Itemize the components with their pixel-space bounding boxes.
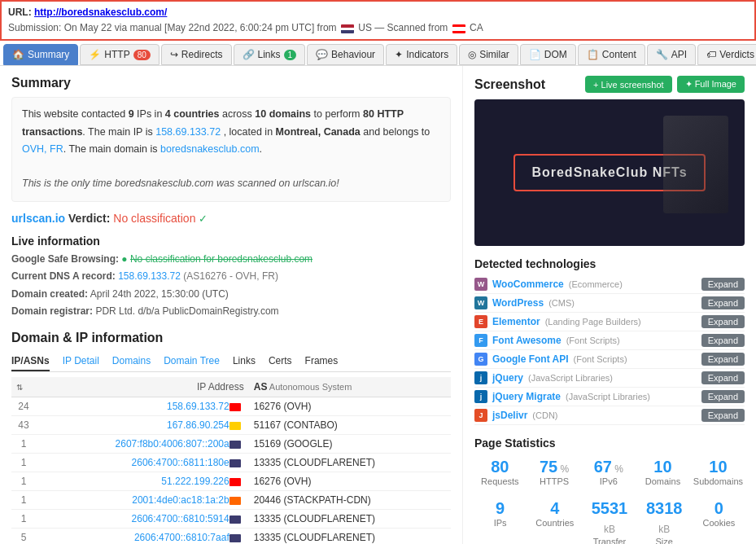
count-cell: 43 xyxy=(11,416,36,435)
domain-tab-frames[interactable]: Frames xyxy=(305,352,339,371)
stat-value: 5531 kB xyxy=(585,499,633,537)
tab-verdicts[interactable]: 🏷 Verdicts xyxy=(697,44,756,65)
expand-button[interactable]: Expand xyxy=(701,353,745,366)
tech-name[interactable]: WooCommerce xyxy=(492,279,564,290)
urlscan-link[interactable]: urlscan.io xyxy=(11,212,65,225)
tech-name[interactable]: jQuery xyxy=(492,372,523,384)
expand-button[interactable]: Expand xyxy=(701,315,745,328)
tech-left: jjQuery(JavaScript Libraries) xyxy=(474,371,613,384)
ip-link[interactable]: 2607:f8b0:4006:807::200a xyxy=(116,438,229,450)
tab-http[interactable]: ⚡ HTTP 80 xyxy=(80,44,159,65)
tech-item: jjQuery Migrate(JavaScript Libraries)Exp… xyxy=(474,388,745,406)
tab-similar[interactable]: ◎ Similar xyxy=(459,44,518,65)
ip-link[interactable]: 2606:4700::6811:180e xyxy=(132,457,229,468)
tab-redirects[interactable]: ↪ Redirects xyxy=(161,44,232,65)
count-cell: 1 xyxy=(11,472,36,491)
tech-name[interactable]: Google Font API xyxy=(492,353,569,365)
domain-tab-certs[interactable]: Certs xyxy=(269,352,292,371)
stat-label: Size xyxy=(640,537,688,544)
ip-link[interactable]: 2606:4700::6810:5914 xyxy=(132,513,229,524)
green-dot: ● xyxy=(121,253,130,265)
live-screenshot-button[interactable]: + Live screenshot xyxy=(585,76,672,93)
main-domain-link[interactable]: boredsnakesclub.com xyxy=(160,143,260,155)
domain-tab-domains[interactable]: Domains xyxy=(112,352,151,371)
ip-link[interactable]: 158.69.133.72 xyxy=(167,401,229,412)
stat-item: 0Cookies xyxy=(693,496,745,544)
stat-label: Subdomains xyxy=(693,476,743,486)
summary-box: This website contacted 9 IPs in 4 countr… xyxy=(11,97,451,201)
scanned-note: This is the only time boredsnakesclub.co… xyxy=(22,178,339,189)
tech-name[interactable]: jsDelivr xyxy=(492,410,527,421)
tech-category: (Ecommerce) xyxy=(569,279,623,289)
flag-nl-icon xyxy=(229,497,241,505)
tab-summary[interactable]: 🏠 Summary xyxy=(3,44,78,65)
scanned-label: — Scanned from xyxy=(374,22,448,33)
tab-api[interactable]: 🔧 API xyxy=(647,44,696,65)
col-as: AS Autonomous System xyxy=(249,377,451,397)
tech-name[interactable]: jQuery Migrate xyxy=(492,391,561,402)
domain-tab-domaintree[interactable]: Domain Tree xyxy=(164,352,220,371)
tab-links[interactable]: 🔗 Links 1 xyxy=(234,44,306,65)
domain-tab-links[interactable]: Links xyxy=(233,352,256,371)
org-link[interactable]: OVH, FR xyxy=(22,143,63,155)
domains-label: domains xyxy=(269,108,311,120)
url-label: URL: xyxy=(8,7,32,18)
expand-button[interactable]: Expand xyxy=(701,409,745,422)
ip-link[interactable]: 2001:4de0:ac18:1a:2b xyxy=(132,494,229,506)
expand-button[interactable]: Expand xyxy=(701,390,745,403)
tab-content[interactable]: 📋 Content xyxy=(578,44,645,65)
stat-unit: kB xyxy=(658,524,670,535)
url-link[interactable]: http://boredsnakesclub.com/ xyxy=(34,7,167,18)
domain-tab-ipasns[interactable]: IP/ASNs xyxy=(11,352,50,371)
count-cell: 5 xyxy=(11,529,36,545)
tech-name[interactable]: Elementor xyxy=(492,316,540,327)
flag-us-icon xyxy=(229,515,241,524)
nav-tabs: 🏠 Summary ⚡ HTTP 80 ↪ Redirects 🔗 Links … xyxy=(0,41,756,66)
tech-logo-icon: G xyxy=(474,353,487,366)
tech-item: jjQuery(JavaScript Libraries)Expand xyxy=(474,369,745,388)
tech-name[interactable]: WordPress xyxy=(492,297,544,309)
table-row: 12606:4700::6810:591413335 (CLOUDFLARENE… xyxy=(11,510,451,529)
expand-button[interactable]: Expand xyxy=(701,296,745,309)
transactions-pre: to perform xyxy=(314,108,361,120)
tab-behaviour[interactable]: 💬 Behaviour xyxy=(307,44,384,65)
as-cell: 16276 (OVH) xyxy=(249,397,451,416)
stat-value: 10 xyxy=(693,458,743,476)
flag-ca-icon xyxy=(229,403,241,411)
live-info-section: Live information Google Safe Browsing: ●… xyxy=(11,235,451,321)
main-ip-link[interactable]: 158.69.133.72 xyxy=(155,126,221,138)
tech-name[interactable]: Font Awesome xyxy=(492,335,562,346)
stat-label: IPs xyxy=(476,518,524,528)
ip-link[interactable]: 2606:4700::6810:7aaf xyxy=(134,532,229,543)
expand-button[interactable]: Expand xyxy=(701,278,745,291)
domain-tab-ipdetail[interactable]: IP Detail xyxy=(63,352,99,371)
expand-button[interactable]: Expand xyxy=(701,371,745,384)
page-stats-section: Page Statistics 80Requests75 %HTTPS67 %I… xyxy=(474,437,745,544)
sort-icon[interactable]: ⇅ xyxy=(16,383,23,392)
tech-logo-icon: J xyxy=(474,409,487,422)
ip-link[interactable]: 51.222.199.226 xyxy=(161,476,229,487)
table-row: 12607:f8b0:4006:807::200a15169 (GOOGLE) xyxy=(11,435,451,454)
expand-button[interactable]: Expand xyxy=(701,334,745,347)
from-label: from xyxy=(317,22,337,33)
tab-dom[interactable]: 📄 DOM xyxy=(520,44,576,65)
stat-value: 8318 kB xyxy=(640,499,688,537)
tech-category: (Font Scripts) xyxy=(574,354,627,364)
verdict-section: urlscan.io Verdict: No classification ✓ xyxy=(11,212,451,225)
tech-list: WWooCommerce(Ecommerce)ExpandWWordPress(… xyxy=(474,275,745,425)
stat-label: Countries xyxy=(531,518,579,528)
count-cell: 1 xyxy=(11,510,36,529)
tech-logo-icon: F xyxy=(474,334,487,347)
tech-left: GGoogle Font API(Font Scripts) xyxy=(474,353,627,366)
tab-indicators[interactable]: ✦ Indicators xyxy=(386,44,457,65)
countries-label: countries xyxy=(173,108,219,120)
stat-label: Domains xyxy=(639,476,687,486)
dns-row: Current DNS A record: 158.69.133.72 (AS1… xyxy=(11,268,451,286)
ip-link[interactable]: 167.86.90.254 xyxy=(167,419,229,431)
tech-left: JjsDelivr(CDN) xyxy=(474,409,558,422)
tech-logo-icon: j xyxy=(474,371,487,384)
screenshot-heading: Screenshot xyxy=(474,77,545,92)
full-image-button[interactable]: ✦ Full Image xyxy=(677,76,745,93)
scan-country: CA xyxy=(470,22,483,33)
dns-value[interactable]: 158.69.133.72 xyxy=(118,270,181,282)
